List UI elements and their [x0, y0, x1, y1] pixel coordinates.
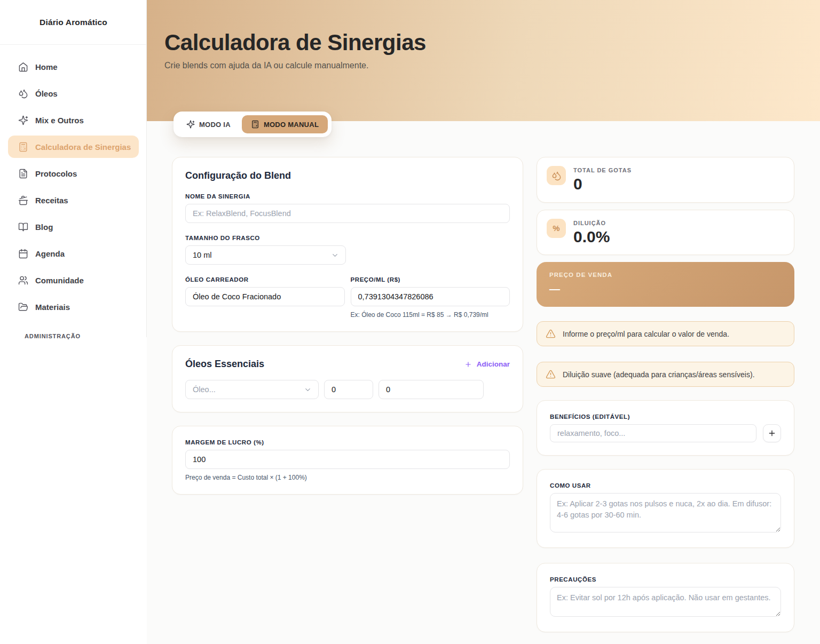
bottle-size-label: TAMANHO DO FRASCO — [185, 235, 510, 241]
dilution-warning-banner: Diluição suave (adequada para crianças/á… — [537, 362, 794, 387]
calculator-icon — [18, 142, 28, 152]
essential-oils-header: Óleos Essenciais Adicionar — [185, 359, 510, 370]
page-header: Calculadora de Sinergias Crie blends com… — [147, 0, 820, 121]
synergy-name-label: NOME DA SINERGIA — [185, 193, 510, 200]
price-per-ml-label: PREÇO/ML (R$) — [351, 276, 510, 283]
blend-config-title: Configuração do Blend — [185, 170, 510, 181]
oil-select-placeholder: Óleo... — [193, 385, 216, 394]
sidebar-item-oleos[interactable]: Óleos — [8, 82, 139, 105]
droplets-icon — [551, 171, 562, 181]
sidebar-item-agenda[interactable]: Agenda — [8, 242, 139, 265]
sidebar-item-calculadora-de-sinergias[interactable]: Calculadora de Sinergias — [8, 136, 139, 158]
sidebar-item-label: Óleos — [35, 89, 58, 98]
percent-glyph: % — [553, 224, 559, 233]
essential-oils-title: Óleos Essenciais — [185, 359, 264, 370]
sidebar-item-blog[interactable]: Blog — [8, 216, 139, 238]
blend-config-card: Configuração do Blend NOME DA SINERGIA T… — [172, 157, 523, 332]
sidebar-item-comunidade[interactable]: Comunidade — [8, 269, 139, 291]
benefits-card: BENEFÍCIOS (EDITÁVEL) — [537, 400, 794, 456]
content: Configuração do Blend NOME DA SINERGIA T… — [147, 137, 820, 644]
oil-row: Óleo... — [185, 380, 510, 399]
carrier-oil-group: ÓLEO CARREADOR — [185, 276, 345, 319]
profit-margin-hint: Preço de venda = Custo total × (1 + 100%… — [185, 474, 510, 481]
sidebar-item-receitas[interactable]: Receitas — [8, 189, 139, 211]
sidebar-item-label: Calculadora de Sinergias — [35, 142, 131, 152]
bottle-size-value: 10 ml — [193, 251, 211, 259]
left-column: Configuração do Blend NOME DA SINERGIA T… — [172, 157, 523, 508]
total-drops-texts: TOTAL DE GOTAS 0 — [573, 166, 632, 193]
folder-open-icon — [18, 302, 28, 312]
benefits-label: BENEFÍCIOS (EDITÁVEL) — [550, 414, 781, 420]
mode-tabbar: MODO IA MODO MANUAL — [174, 112, 332, 137]
users-icon — [18, 275, 28, 285]
tab-label: MODO IA — [199, 121, 231, 129]
sidebar-item-label: Comunidade — [35, 276, 84, 285]
precautions-textarea[interactable] — [550, 587, 781, 617]
essential-oils-card: Óleos Essenciais Adicionar Óleo... — [172, 345, 523, 412]
chevron-down-icon — [304, 386, 312, 394]
sidebar-item-mix-e-outros[interactable]: Mix e Outros — [8, 109, 139, 131]
benefits-row — [550, 424, 781, 442]
app-root: Diário Aromático Home Óleos Mix e Outros… — [0, 0, 820, 644]
dilution-card: % DILUIÇÃO 0.0% — [537, 210, 794, 256]
dilution-value: 0.0% — [573, 228, 610, 245]
how-to-use-card: COMO USAR — [537, 469, 794, 548]
add-oil-button[interactable]: Adicionar — [464, 360, 510, 368]
carrier-price-row: ÓLEO CARREADOR PREÇO/ML (R$) Ex: Óleo de… — [185, 276, 510, 319]
app-title: Diário Aromático — [40, 18, 107, 27]
plus-icon — [464, 361, 472, 368]
sidebar-item-label: Materiais — [35, 303, 70, 312]
carrier-oil-label: ÓLEO CARREADOR — [185, 276, 345, 283]
bottle-size-group: TAMANHO DO FRASCO 10 ml — [185, 235, 510, 265]
sidebar-item-label: Receitas — [35, 196, 68, 205]
sidebar-header: Diário Aromático — [0, 0, 147, 45]
calculator-icon — [251, 120, 259, 129]
bottle-size-select[interactable]: 10 ml — [185, 245, 346, 265]
sparkles-icon — [186, 120, 195, 129]
book-open-icon — [18, 222, 28, 232]
tab-modo-manual[interactable]: MODO MANUAL — [242, 115, 328, 133]
tab-modo-ia[interactable]: MODO IA — [177, 115, 240, 133]
profit-margin-input[interactable] — [185, 450, 510, 469]
sale-price-label: PREÇO DE VENDA — [549, 272, 782, 278]
add-benefit-button[interactable] — [763, 424, 781, 442]
profit-margin-label: MARGEM DE LUCRO (%) — [185, 439, 510, 446]
sidebar-item-home[interactable]: Home — [8, 55, 139, 78]
synergy-name-group: NOME DA SINERGIA — [185, 193, 510, 223]
benefits-input[interactable] — [550, 424, 756, 442]
synergy-name-input[interactable] — [185, 204, 510, 223]
carrier-oil-input[interactable] — [185, 287, 345, 306]
percent-icon: % — [547, 219, 566, 238]
total-drops-label: TOTAL DE GOTAS — [573, 166, 632, 173]
oil-drops-input[interactable] — [324, 380, 373, 399]
chevron-down-icon — [331, 251, 339, 259]
page-title: Calculadora de Sinergias — [164, 30, 820, 55]
sidebar-item-label: Protocolos — [35, 169, 77, 178]
alert-triangle-icon — [546, 329, 556, 339]
sparkles-icon — [18, 115, 28, 125]
sidebar: Diário Aromático Home Óleos Mix e Outros… — [0, 0, 147, 644]
plus-icon — [768, 429, 776, 438]
add-oil-label: Adicionar — [477, 360, 510, 368]
price-per-ml-group: PREÇO/ML (R$) Ex: Óleo de Coco 115ml = R… — [351, 276, 510, 319]
how-to-use-label: COMO USAR — [550, 482, 781, 489]
oil-select[interactable]: Óleo... — [185, 380, 319, 399]
sidebar-item-label: Blog — [35, 222, 53, 232]
file-text-icon — [18, 169, 28, 179]
total-drops-card: TOTAL DE GOTAS 0 — [537, 157, 794, 203]
sidebar-item-protocolos[interactable]: Protocolos — [8, 162, 139, 185]
price-per-ml-input[interactable] — [351, 287, 510, 306]
profit-margin-card: MARGEM DE LUCRO (%) Preço de venda = Cus… — [172, 426, 523, 495]
sidebar-section-administracao: ADMINISTRAÇÃO — [25, 333, 139, 339]
oil-price-input[interactable] — [379, 380, 484, 399]
calendar-icon — [18, 249, 28, 259]
right-column: TOTAL DE GOTAS 0 % DILUIÇÃO 0.0% PREÇO D… — [537, 157, 794, 644]
cooking-pot-icon — [18, 195, 28, 205]
precautions-card: PRECAUÇÕES — [537, 563, 794, 632]
how-to-use-textarea[interactable] — [550, 493, 781, 532]
home-icon — [18, 62, 28, 72]
price-warning-text: Informe o preço/ml para calcular o valor… — [563, 330, 729, 338]
main-area: Calculadora de Sinergias Crie blends com… — [147, 0, 820, 644]
sidebar-item-materiais[interactable]: Materiais — [8, 296, 139, 318]
total-drops-value: 0 — [573, 176, 632, 193]
